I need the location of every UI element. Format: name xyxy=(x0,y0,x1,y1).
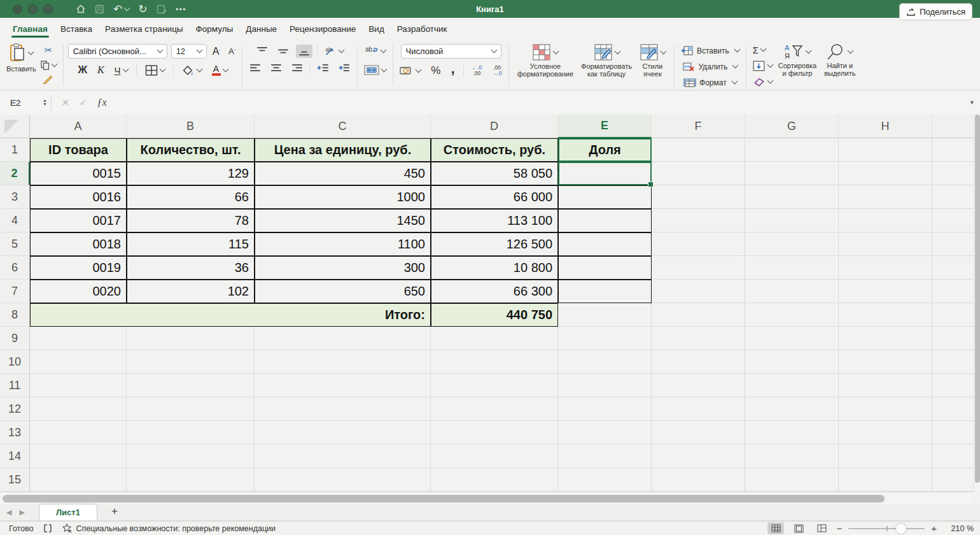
enter-icon[interactable]: ✓ xyxy=(80,97,87,108)
name-box-stepper[interactable]: ▲▼ xyxy=(43,99,47,106)
merge-center-button[interactable] xyxy=(362,63,388,77)
cell-C1[interactable]: Цена за единицу, руб. xyxy=(255,138,431,162)
cell-B2[interactable]: 129 xyxy=(127,162,255,185)
align-center-button[interactable] xyxy=(268,62,284,75)
cut-button[interactable]: ✂ xyxy=(43,43,55,57)
column-header-B[interactable]: B xyxy=(127,115,255,138)
row-header-4[interactable]: 4 xyxy=(0,209,30,232)
cell-C6[interactable]: 300 xyxy=(255,256,431,280)
format-painter-button[interactable] xyxy=(41,73,55,85)
row-header-7[interactable]: 7 xyxy=(0,280,30,303)
zoom-slider[interactable] xyxy=(848,528,925,529)
wrap-text-button[interactable]: ab xyxy=(363,44,388,58)
save-icon[interactable] xyxy=(95,4,104,14)
column-header-partial[interactable] xyxy=(932,115,974,138)
cell-A7[interactable]: 0020 xyxy=(30,280,127,303)
cell-D3[interactable]: 66 000 xyxy=(431,185,558,209)
formula-input[interactable] xyxy=(146,93,955,112)
align-left-button[interactable] xyxy=(247,62,263,75)
margins-icon[interactable] xyxy=(43,524,53,533)
cell-E7[interactable] xyxy=(558,280,652,303)
italic-button[interactable]: К xyxy=(95,63,106,77)
cell-D6[interactable]: 10 800 xyxy=(431,256,558,280)
zoom-in-button[interactable]: + xyxy=(931,523,937,534)
horizontal-scrollbar-thumb[interactable] xyxy=(3,495,885,503)
insert-cells-button[interactable]: Вставить xyxy=(679,44,741,57)
cell-C4[interactable]: 1450 xyxy=(255,209,431,232)
ribbon-tab-Данные[interactable]: Данные xyxy=(239,20,283,39)
share-button[interactable]: Поделиться xyxy=(899,3,972,20)
ribbon-tab-Вид[interactable]: Вид xyxy=(362,20,390,39)
format-as-table-button[interactable]: Форматироватькак таблицу xyxy=(581,43,632,78)
column-header-F[interactable]: F xyxy=(652,115,745,138)
cell-D4[interactable]: 113 100 xyxy=(431,209,558,232)
page-break-view-button[interactable] xyxy=(813,522,830,534)
insert-function-icon[interactable]: ƒx xyxy=(97,97,106,108)
increase-font-button[interactable]: Aˆ xyxy=(211,45,223,59)
ribbon-tab-Разметка страницы[interactable]: Разметка страницы xyxy=(99,20,189,39)
zoom-out-button[interactable]: − xyxy=(836,523,842,534)
cell-D1[interactable]: Стоимость, руб. xyxy=(431,138,558,162)
align-middle-button[interactable] xyxy=(275,45,291,58)
formula-bar-expand-icon[interactable]: ▼ xyxy=(969,99,975,106)
zoom-slider-thumb[interactable] xyxy=(896,524,906,534)
row-header-5[interactable]: 5 xyxy=(0,232,30,256)
fill-button[interactable] xyxy=(751,59,774,73)
cell-C7[interactable]: 650 xyxy=(255,280,431,303)
home-icon[interactable] xyxy=(76,4,86,14)
align-bottom-button[interactable] xyxy=(296,45,312,58)
ribbon-tab-Вставка[interactable]: Вставка xyxy=(54,20,99,39)
ribbon-tab-Разработчик[interactable]: Разработчик xyxy=(391,20,454,39)
font-name-select[interactable]: Calibri (Основной... xyxy=(68,44,167,59)
column-header-C[interactable]: C xyxy=(255,115,431,138)
cell-E6[interactable] xyxy=(558,256,652,280)
cell-D2[interactable]: 58 050 xyxy=(431,162,558,185)
ribbon-tab-Формулы[interactable]: Формулы xyxy=(190,20,240,39)
cell-C2[interactable]: 450 xyxy=(255,162,431,185)
cell-A8-C8-merged[interactable]: Итого: xyxy=(30,303,431,327)
cell-B5[interactable]: 115 xyxy=(127,232,255,256)
vertical-scrollbar[interactable] xyxy=(974,115,980,492)
name-box[interactable]: E2 ▲▼ xyxy=(5,94,51,111)
format-cells-button[interactable]: Формат xyxy=(682,76,739,89)
find-select-button[interactable]: Найти ивыделить xyxy=(824,43,855,77)
accessibility-text[interactable]: Специальные возможности: проверьте реком… xyxy=(76,524,276,533)
undo-button[interactable]: ↶ xyxy=(113,3,129,16)
align-right-button[interactable] xyxy=(289,62,305,75)
orientation-button[interactable]: ab xyxy=(322,45,346,58)
cancel-icon[interactable]: ✕ xyxy=(62,97,69,108)
percent-button[interactable]: % xyxy=(429,63,442,78)
conditional-formatting-button[interactable]: Условноеформатирование xyxy=(517,43,573,78)
decrease-indent-button[interactable] xyxy=(315,62,332,75)
row-header-10[interactable]: 10 xyxy=(0,350,30,374)
align-top-button[interactable] xyxy=(254,45,270,58)
fill-handle[interactable] xyxy=(648,182,654,187)
row-header-2[interactable]: 2 xyxy=(0,162,30,185)
cell-A2[interactable]: 0015 xyxy=(30,162,127,185)
cell-A1[interactable]: ID товара xyxy=(30,138,127,162)
font-color-button[interactable]: A xyxy=(210,64,230,77)
column-header-D[interactable]: D xyxy=(431,115,558,138)
column-header-E[interactable]: E xyxy=(558,115,652,138)
minimize-button[interactable] xyxy=(28,4,38,14)
column-header-A[interactable]: A xyxy=(30,115,127,138)
clear-button[interactable] xyxy=(751,75,774,89)
vertical-scrollbar-thumb[interactable] xyxy=(975,115,980,483)
fullscreen-button[interactable] xyxy=(43,4,53,14)
fill-color-button[interactable] xyxy=(180,64,204,77)
decrease-decimal-button[interactable]: .00→.0 xyxy=(490,64,504,78)
cell-styles-button[interactable]: Стилиячеек xyxy=(640,43,666,78)
cell-C5[interactable]: 1100 xyxy=(255,232,431,256)
increase-decimal-button[interactable]: ←.0.00 xyxy=(470,64,484,78)
cell-D8[interactable]: 440 750 xyxy=(431,303,558,327)
save-as-icon[interactable] xyxy=(157,4,167,14)
currency-button[interactable] xyxy=(398,64,423,77)
cell-B7[interactable]: 102 xyxy=(127,280,255,303)
cell-E4[interactable] xyxy=(558,209,652,232)
copy-button[interactable] xyxy=(39,59,59,71)
cell-B3[interactable]: 66 xyxy=(127,185,255,209)
cell-B6[interactable]: 36 xyxy=(127,256,255,280)
cell-D5[interactable]: 126 500 xyxy=(431,232,558,256)
paste-button[interactable] xyxy=(8,42,35,64)
sheet-tab-Лист1[interactable]: Лист1 xyxy=(39,504,97,520)
